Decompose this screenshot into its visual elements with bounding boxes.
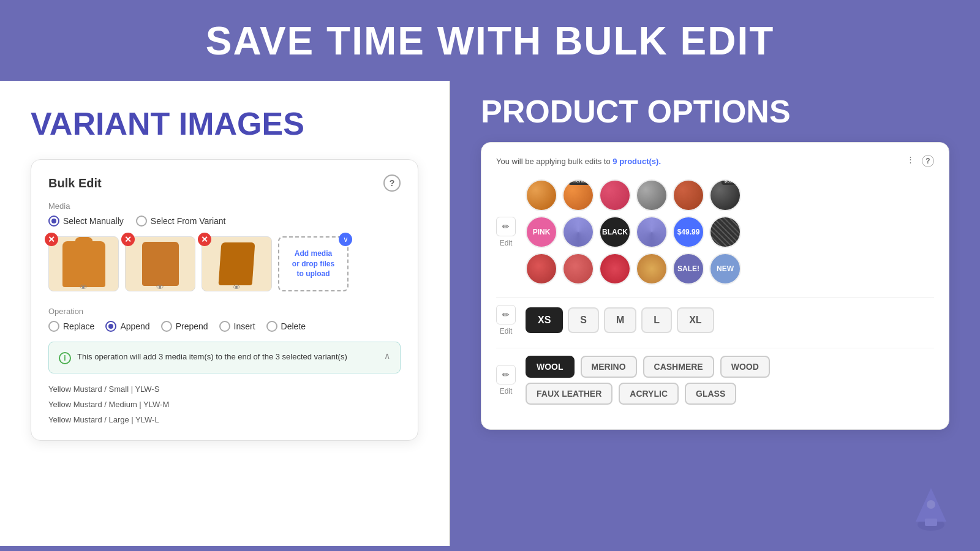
size-xs[interactable]: XS xyxy=(526,307,563,333)
info-icon: i xyxy=(59,352,71,364)
variant-list: Yellow Mustard / Small | YLW-S Yellow Mu… xyxy=(48,383,401,425)
swatch-coral-texture[interactable] xyxy=(562,253,594,285)
material-row-2: FAUX LEATHER ACRYLIC GLASS xyxy=(526,383,934,405)
dots-icon[interactable]: ⋮ xyxy=(907,155,914,167)
divider-1 xyxy=(496,297,934,298)
wizard-icon-decoration xyxy=(907,485,956,534)
remove-thumb-1[interactable]: ✕ xyxy=(45,233,58,246)
price-badge-1: $39.99 xyxy=(722,179,741,185)
material-wood[interactable]: WOOD xyxy=(720,356,770,378)
variant-images-title: VARIANT IMAGES xyxy=(31,105,418,142)
op-replace[interactable]: Replace xyxy=(48,321,94,332)
material-glass[interactable]: GLASS xyxy=(685,383,736,405)
material-merino[interactable]: MERINO xyxy=(581,356,637,378)
size-xl[interactable]: XL xyxy=(677,307,714,333)
swatches-row-3: SALE! NEW xyxy=(526,253,934,285)
options-card: You will be applying bulk edits to 9 pro… xyxy=(481,142,949,430)
material-row-1: WOOL MERINO CASHMERE WOOD xyxy=(526,356,934,378)
color-swatches-container: Trending xyxy=(526,179,934,285)
add-media-text: Add media or drop files to upload xyxy=(292,249,334,279)
material-edit-btn-wrap: ✏ Edit xyxy=(496,365,516,395)
operation-radio-group: Replace Append Prepend Insert Delete xyxy=(48,321,401,332)
help-icon-button[interactable]: ? xyxy=(383,174,401,192)
size-edit-label: Edit xyxy=(500,327,513,335)
media-thumbnails-row: ✕ 👁 ✕ 👁 xyxy=(48,236,401,294)
thumbnail-3: ✕ 👁 xyxy=(202,236,272,294)
swatch-orange-trending[interactable]: Trending xyxy=(562,179,594,211)
size-buttons-row: XS S M L XL xyxy=(526,307,714,333)
divider-2 xyxy=(496,348,934,348)
thumbnail-2: ✕ 👁 xyxy=(125,236,195,294)
op-delete[interactable]: Delete xyxy=(266,321,306,332)
size-s[interactable]: S xyxy=(568,307,599,333)
help-icon-right[interactable]: ? xyxy=(922,155,934,167)
two-col-layout: VARIANT IMAGES Bulk Edit ? Media Select … xyxy=(0,81,980,546)
info-content: i This operation will add 3 media item(s… xyxy=(59,351,347,364)
radio-append xyxy=(105,321,116,332)
swatch-lavender-2[interactable] xyxy=(636,216,668,248)
swatch-price-blue[interactable]: $49.99 xyxy=(673,216,704,248)
swatch-crimson-drop[interactable] xyxy=(599,253,631,285)
radio-select-manually[interactable]: Select Manually xyxy=(48,216,124,227)
collapse-button[interactable]: ∧ xyxy=(384,351,390,361)
material-faux-leather[interactable]: FAUX LEATHER xyxy=(526,383,612,405)
swatch-lavender[interactable] xyxy=(562,216,594,248)
material-edit-button[interactable]: ✏ xyxy=(496,365,516,384)
radio-prepend xyxy=(161,321,172,332)
hero-title: SAVE TIME WITH BULK EDIT xyxy=(0,18,980,64)
color-edit-label: Edit xyxy=(500,239,513,247)
material-edit-label: Edit xyxy=(500,387,513,395)
swatches-row-2: PINK BLACK $49.99 xyxy=(526,216,934,248)
bulk-notice: You will be applying bulk edits to 9 pro… xyxy=(496,155,934,167)
remove-thumb-3[interactable]: ✕ xyxy=(198,233,211,246)
radio-replace xyxy=(48,321,59,332)
eye-icon-3: 👁 xyxy=(233,283,241,292)
color-edit-button[interactable]: ✏ xyxy=(496,217,516,236)
swatch-brown[interactable] xyxy=(673,179,704,211)
size-option-row: ✏ Edit XS S M L XL xyxy=(496,305,934,335)
hero-header: SAVE TIME WITH BULK EDIT xyxy=(0,0,980,81)
size-edit-btn-wrap: ✏ Edit xyxy=(496,305,516,335)
swatch-sale[interactable]: SALE! xyxy=(673,253,704,285)
radio-insert xyxy=(219,321,230,332)
op-prepend[interactable]: Prepend xyxy=(161,321,208,332)
variant-item-1: Yellow Mustard / Small | YLW-S xyxy=(48,383,401,395)
radio-circle-variant xyxy=(136,216,147,227)
swatch-dark-price[interactable]: $39.99 xyxy=(709,179,741,211)
swatch-gray[interactable] xyxy=(636,179,668,211)
add-media-box[interactable]: ∨ Add media or drop files to upload xyxy=(278,236,349,291)
variant-item-2: Yellow Mustard / Medium | YLW-M xyxy=(48,399,401,410)
svg-point-3 xyxy=(927,500,935,509)
notice-icons: ⋮ ? xyxy=(907,155,934,167)
swatch-black[interactable]: BLACK xyxy=(599,216,631,248)
product-options-title: PRODUCT OPTIONS xyxy=(481,93,949,130)
swatch-amber-drop[interactable] xyxy=(636,253,668,285)
material-cashmere[interactable]: CASHMERE xyxy=(643,356,714,378)
size-m[interactable]: M xyxy=(604,307,636,333)
radio-select-variant[interactable]: Select From Variant xyxy=(136,216,226,227)
swatch-red-texture[interactable] xyxy=(526,253,557,285)
color-option-row: ✏ Edit Trending xyxy=(496,179,934,285)
swatch-pink-fabric[interactable] xyxy=(599,179,631,211)
bulk-edit-title: Bulk Edit xyxy=(48,176,102,190)
eye-icon-2: 👁 xyxy=(156,283,164,292)
remove-thumb-2[interactable]: ✕ xyxy=(121,233,135,246)
swatch-new[interactable]: NEW xyxy=(709,253,741,285)
trending-badge: Trending xyxy=(568,179,594,185)
material-wool[interactable]: WOOL xyxy=(526,356,575,378)
swatch-dark-gray[interactable] xyxy=(709,216,741,248)
size-edit-button[interactable]: ✏ xyxy=(496,305,516,324)
op-append[interactable]: Append xyxy=(105,321,149,332)
size-l[interactable]: L xyxy=(641,307,672,333)
material-acrylic[interactable]: ACRYLIC xyxy=(619,383,679,405)
material-buttons-container: WOOL MERINO CASHMERE WOOD FAUX LEATHER A… xyxy=(526,356,934,405)
bulk-edit-header: Bulk Edit ? xyxy=(48,174,401,192)
svg-rect-2 xyxy=(925,519,937,526)
material-option-row: ✏ Edit WOOL MERINO CASHMERE WOOD FAUX LE… xyxy=(496,356,934,405)
swatch-pink[interactable]: PINK xyxy=(526,216,557,248)
media-radio-group: Select Manually Select From Variant xyxy=(48,216,401,227)
product-count-link[interactable]: 9 product(s). xyxy=(612,157,661,166)
op-insert[interactable]: Insert xyxy=(219,321,255,332)
info-box: i This operation will add 3 media item(s… xyxy=(48,342,401,373)
swatch-tan[interactable] xyxy=(526,179,557,211)
